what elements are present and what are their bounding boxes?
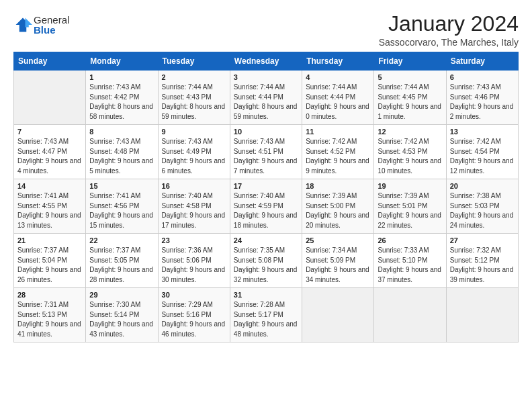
day-number: 4 xyxy=(306,73,370,81)
day-number: 13 xyxy=(450,128,515,136)
sunrise-text: Sunrise: 7:39 AM xyxy=(378,192,429,199)
daylight-text: Daylight: 9 hours and 24 minutes. xyxy=(450,212,514,229)
sunrise-text: Sunrise: 7:36 AM xyxy=(162,246,213,254)
daylight-text: Daylight: 9 hours and 46 minutes. xyxy=(162,320,226,338)
calendar-subtitle: Sassocorvaro, The Marches, Italy xyxy=(379,37,519,48)
day-info: Sunrise: 7:30 AM Sunset: 5:14 PM Dayligh… xyxy=(89,300,154,339)
table-row: 11 Sunrise: 7:42 AM Sunset: 4:52 PM Dayl… xyxy=(302,125,374,179)
sunrise-text: Sunrise: 7:28 AM xyxy=(234,301,285,308)
sunrise-text: Sunrise: 7:40 AM xyxy=(234,192,285,199)
sunrise-text: Sunrise: 7:43 AM xyxy=(450,83,501,91)
table-row: 14 Sunrise: 7:41 AM Sunset: 4:55 PM Dayl… xyxy=(14,179,86,234)
sunset-text: Sunset: 5:00 PM xyxy=(306,202,355,210)
col-thursday: Thursday xyxy=(302,52,374,71)
table-row: 12 Sunrise: 7:42 AM Sunset: 4:53 PM Dayl… xyxy=(374,125,446,179)
table-row: 10 Sunrise: 7:43 AM Sunset: 4:51 PM Dayl… xyxy=(230,125,302,179)
daylight-text: Daylight: 8 hours and 58 minutes. xyxy=(89,103,153,120)
day-info: Sunrise: 7:40 AM Sunset: 4:59 PM Dayligh… xyxy=(234,191,298,230)
logo-icon xyxy=(13,15,32,34)
sunrise-text: Sunrise: 7:41 AM xyxy=(17,192,69,199)
table-row: 7 Sunrise: 7:43 AM Sunset: 4:47 PM Dayli… xyxy=(14,125,86,179)
sunset-text: Sunset: 4:49 PM xyxy=(162,148,212,155)
day-info: Sunrise: 7:42 AM Sunset: 4:52 PM Dayligh… xyxy=(306,137,370,176)
table-row: 2 Sunrise: 7:44 AM Sunset: 4:43 PM Dayli… xyxy=(158,71,230,125)
day-info: Sunrise: 7:44 AM Sunset: 4:44 PM Dayligh… xyxy=(306,83,370,122)
daylight-text: Daylight: 9 hours and 28 minutes. xyxy=(89,266,153,283)
day-info: Sunrise: 7:44 AM Sunset: 4:43 PM Dayligh… xyxy=(162,83,226,122)
col-saturday: Saturday xyxy=(446,52,518,71)
day-info: Sunrise: 7:43 AM Sunset: 4:51 PM Dayligh… xyxy=(234,137,298,176)
sunset-text: Sunset: 4:51 PM xyxy=(234,148,283,155)
day-info: Sunrise: 7:32 AM Sunset: 5:12 PM Dayligh… xyxy=(450,246,515,285)
day-number: 1 xyxy=(89,73,154,81)
sunrise-text: Sunrise: 7:39 AM xyxy=(306,192,357,199)
table-row: 6 Sunrise: 7:43 AM Sunset: 4:46 PM Dayli… xyxy=(446,71,518,125)
sunset-text: Sunset: 5:01 PM xyxy=(378,202,427,210)
calendar-week-5: 28 Sunrise: 7:31 AM Sunset: 5:13 PM Dayl… xyxy=(14,288,519,342)
day-info: Sunrise: 7:44 AM Sunset: 4:45 PM Dayligh… xyxy=(378,83,442,122)
col-sunday: Sunday xyxy=(14,52,86,71)
day-number: 18 xyxy=(306,182,370,190)
day-info: Sunrise: 7:38 AM Sunset: 5:03 PM Dayligh… xyxy=(450,191,515,230)
day-number: 12 xyxy=(378,128,442,136)
table-row: 23 Sunrise: 7:36 AM Sunset: 5:06 PM Dayl… xyxy=(158,234,230,288)
sunrise-text: Sunrise: 7:42 AM xyxy=(450,138,501,145)
sunset-text: Sunset: 4:44 PM xyxy=(234,93,283,101)
sunset-text: Sunset: 4:42 PM xyxy=(89,93,139,101)
day-info: Sunrise: 7:43 AM Sunset: 4:42 PM Dayligh… xyxy=(89,83,154,122)
table-row: 25 Sunrise: 7:34 AM Sunset: 5:09 PM Dayl… xyxy=(302,234,374,288)
sunrise-text: Sunrise: 7:40 AM xyxy=(162,192,213,199)
col-monday: Monday xyxy=(86,52,158,71)
table-row: 1 Sunrise: 7:43 AM Sunset: 4:42 PM Dayli… xyxy=(86,71,158,125)
table-row: 31 Sunrise: 7:28 AM Sunset: 5:17 PM Dayl… xyxy=(230,288,302,342)
table-row: 4 Sunrise: 7:44 AM Sunset: 4:44 PM Dayli… xyxy=(302,71,374,125)
day-info: Sunrise: 7:34 AM Sunset: 5:09 PM Dayligh… xyxy=(306,246,370,285)
col-wednesday: Wednesday xyxy=(230,52,302,71)
sunrise-text: Sunrise: 7:37 AM xyxy=(89,246,140,254)
day-number: 27 xyxy=(450,236,515,244)
daylight-text: Daylight: 9 hours and 12 minutes. xyxy=(450,157,514,175)
daylight-text: Daylight: 8 hours and 59 minutes. xyxy=(234,103,298,120)
day-info: Sunrise: 7:37 AM Sunset: 5:05 PM Dayligh… xyxy=(89,246,154,285)
daylight-text: Daylight: 9 hours and 48 minutes. xyxy=(234,320,298,338)
sunrise-text: Sunrise: 7:37 AM xyxy=(17,246,69,254)
sunset-text: Sunset: 5:09 PM xyxy=(306,257,355,264)
calendar-week-1: 1 Sunrise: 7:43 AM Sunset: 4:42 PM Dayli… xyxy=(14,71,519,125)
table-row xyxy=(302,288,374,342)
day-number: 26 xyxy=(378,236,442,244)
day-info: Sunrise: 7:43 AM Sunset: 4:46 PM Dayligh… xyxy=(450,83,515,122)
day-number: 5 xyxy=(378,73,442,81)
sunset-text: Sunset: 5:08 PM xyxy=(234,257,283,264)
day-number: 24 xyxy=(234,236,298,244)
daylight-text: Daylight: 9 hours and 30 minutes. xyxy=(162,266,226,283)
daylight-text: Daylight: 9 hours and 4 minutes. xyxy=(17,157,81,175)
table-row: 8 Sunrise: 7:43 AM Sunset: 4:48 PM Dayli… xyxy=(86,125,158,179)
day-info: Sunrise: 7:41 AM Sunset: 4:56 PM Dayligh… xyxy=(89,191,154,230)
day-number: 6 xyxy=(450,73,515,81)
day-info: Sunrise: 7:43 AM Sunset: 4:47 PM Dayligh… xyxy=(17,137,82,176)
sunset-text: Sunset: 4:56 PM xyxy=(89,202,139,210)
day-info: Sunrise: 7:42 AM Sunset: 4:53 PM Dayligh… xyxy=(378,137,442,176)
sunrise-text: Sunrise: 7:43 AM xyxy=(234,138,285,145)
day-number: 11 xyxy=(306,128,370,136)
day-number: 3 xyxy=(234,73,298,81)
day-info: Sunrise: 7:37 AM Sunset: 5:04 PM Dayligh… xyxy=(17,246,82,285)
table-row: 29 Sunrise: 7:30 AM Sunset: 5:14 PM Dayl… xyxy=(86,288,158,342)
logo-text: General Blue xyxy=(34,15,69,35)
calendar-table: Sunday Monday Tuesday Wednesday Thursday… xyxy=(13,52,519,342)
sunset-text: Sunset: 5:17 PM xyxy=(234,311,283,318)
sunrise-text: Sunrise: 7:44 AM xyxy=(306,83,357,91)
daylight-text: Daylight: 9 hours and 0 minutes. xyxy=(306,103,369,120)
daylight-text: Daylight: 9 hours and 32 minutes. xyxy=(234,266,298,283)
table-row xyxy=(446,288,518,342)
calendar-title: January 2024 xyxy=(379,12,519,36)
sunset-text: Sunset: 5:03 PM xyxy=(450,202,500,210)
logo: General Blue xyxy=(13,15,69,35)
day-info: Sunrise: 7:44 AM Sunset: 4:44 PM Dayligh… xyxy=(234,83,298,122)
sunset-text: Sunset: 5:04 PM xyxy=(17,257,67,264)
table-row: 27 Sunrise: 7:32 AM Sunset: 5:12 PM Dayl… xyxy=(446,234,518,288)
sunset-text: Sunset: 5:12 PM xyxy=(450,257,500,264)
table-row: 3 Sunrise: 7:44 AM Sunset: 4:44 PM Dayli… xyxy=(230,71,302,125)
daylight-text: Daylight: 9 hours and 39 minutes. xyxy=(450,266,514,283)
daylight-text: Daylight: 9 hours and 6 minutes. xyxy=(162,157,226,175)
